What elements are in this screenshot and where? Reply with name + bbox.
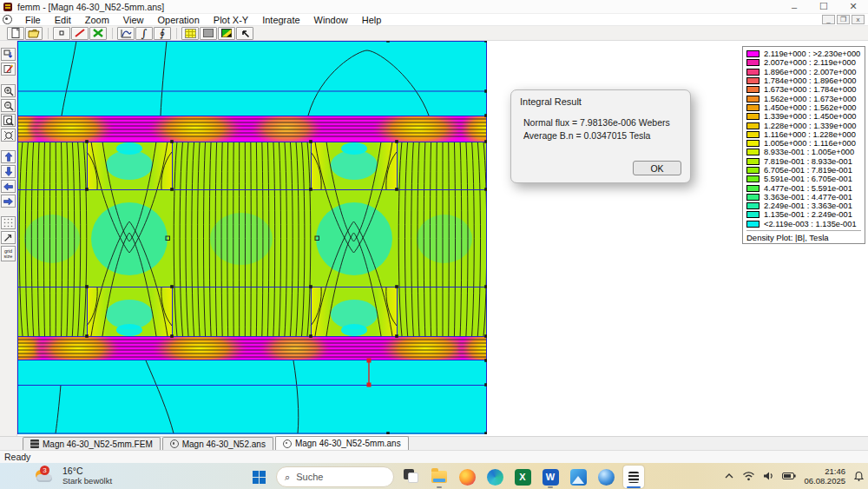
zoom-window-button[interactable] — [1, 114, 16, 127]
legend-label: <2.119e-003 : 1.135e-001 — [764, 220, 857, 228]
legend-label: 3.363e-001 : 4.477e-001 — [764, 193, 852, 202]
mdi-minimize-icon[interactable]: _ — [822, 15, 835, 24]
legend-swatch — [746, 113, 760, 120]
plot-xy-button[interactable] — [117, 27, 135, 40]
grid-size-button[interactable]: gridsize — [1, 246, 16, 261]
arc-mode-button[interactable] — [89, 27, 107, 40]
legend-label: 1.673e+000 : 1.784e+000 — [764, 85, 857, 94]
legend-label: 6.705e-001 : 7.819e-001 — [764, 166, 852, 175]
pointer-button[interactable] — [236, 27, 253, 40]
hatched-square-icon — [203, 29, 214, 37]
ok-button[interactable]: OK — [633, 161, 681, 175]
mdi-restore-icon[interactable]: ❐ — [837, 15, 850, 24]
green-arc-icon — [93, 29, 103, 37]
zoom-extents-icon — [3, 130, 14, 141]
menu-view[interactable]: View — [116, 15, 151, 25]
menu-edit[interactable]: Edit — [48, 15, 78, 25]
new-doc-icon — [11, 28, 21, 38]
legend-swatch — [746, 86, 760, 93]
line-integral-button[interactable]: ∫ — [135, 27, 153, 40]
pan-right-button[interactable] — [1, 195, 16, 208]
pan-down-button[interactable] — [1, 165, 16, 178]
legend-label: 8.933e-001 : 1.005e+000 — [764, 148, 854, 156]
edge-button[interactable] — [484, 466, 505, 488]
mdi-close-icon[interactable]: x — [852, 15, 865, 24]
legend-row: 6.705e-001 : 7.819e-001 — [746, 166, 861, 175]
menu-integrate[interactable]: Integrate — [255, 15, 306, 25]
word-button[interactable]: W — [540, 466, 561, 488]
menu-file[interactable]: File — [18, 15, 48, 25]
zoom-out-button[interactable] — [1, 99, 16, 112]
menu-window[interactable]: Window — [307, 15, 355, 25]
window-title: femm - [Magn 46-30_N52-5mm.ans] — [17, 2, 164, 12]
legend-label: 5.591e-001 : 6.705e-001 — [764, 175, 852, 183]
status-bar: Ready — [0, 450, 868, 463]
femm-taskbar-button[interactable] — [623, 466, 644, 488]
legend-row: 1.135e-001 : 2.249e-001 — [746, 210, 861, 219]
block-integral-button[interactable]: ∮ — [154, 27, 171, 40]
legend-label: 1.896e+000 : 2.007e+000 — [764, 68, 857, 76]
volume-icon[interactable] — [763, 471, 774, 481]
legend-row: 1.673e+000 : 1.784e+000 — [746, 85, 861, 94]
file-explorer-button[interactable] — [429, 466, 450, 488]
red-segment-icon — [75, 29, 85, 37]
legend-swatch — [746, 149, 760, 155]
point-mode-button[interactable] — [53, 27, 70, 40]
legend-swatch — [746, 211, 760, 218]
open-file-button[interactable] — [25, 27, 43, 40]
snap-grid-button[interactable] — [1, 231, 16, 244]
tab-ans-file-1[interactable]: Magn 46-30_N52.ans — [162, 437, 273, 450]
show-grid-button[interactable] — [1, 216, 16, 229]
arrow-left-icon — [3, 182, 13, 191]
photos-button[interactable] — [568, 466, 589, 488]
start-button[interactable] — [248, 466, 269, 488]
file-explorer-icon — [431, 471, 447, 483]
zoom-in-button[interactable] — [1, 84, 16, 97]
zoom-extents-button[interactable] — [1, 129, 16, 142]
notification-badge: 3 — [40, 466, 49, 475]
battery-icon[interactable] — [782, 472, 796, 480]
pan-up-button[interactable] — [1, 150, 16, 163]
system-tray: 21:46 06.08.2025 — [724, 463, 865, 489]
weather-widget[interactable]: 3 16°C Stark bewölkt — [33, 466, 112, 486]
menu-zoom[interactable]: Zoom — [78, 15, 116, 25]
edit-pencil-icon — [3, 64, 13, 74]
show-contour-button[interactable] — [200, 27, 217, 40]
legend-label: 2.119e+000 : >2.230e+000 — [764, 50, 860, 58]
notification-bell-icon[interactable] — [853, 471, 865, 482]
task-view-button[interactable] — [401, 466, 422, 488]
legend-swatch — [746, 175, 760, 182]
zoom-out-icon — [3, 101, 14, 111]
excel-button[interactable]: X — [512, 466, 533, 488]
blue-app-button[interactable] — [595, 466, 616, 488]
taskbar: 3 16°C Stark bewölkt ⌕ Suche — [0, 463, 868, 489]
firefox-button[interactable] — [457, 466, 477, 488]
close-icon[interactable]: ✕ — [838, 0, 868, 13]
pan-left-button[interactable] — [1, 180, 16, 193]
tab-label: Magn 46-30_N52-5mm.ans — [295, 439, 401, 448]
legend-row: 1.450e+000 : 1.562e+000 — [746, 103, 861, 112]
minimize-icon[interactable]: – — [779, 0, 809, 13]
show-mesh-button[interactable] — [181, 27, 199, 40]
maximize-icon[interactable]: ☐ — [809, 0, 838, 13]
line-mode-button[interactable] — [71, 27, 89, 40]
document-tab-bar: Magn 46-30_N52-5mm.FEM Magn 46-30_N52.an… — [0, 436, 868, 450]
edit-note-button[interactable] — [1, 63, 16, 76]
wifi-icon[interactable] — [742, 471, 755, 481]
tab-fem-file[interactable]: Magn 46-30_N52-5mm.FEM — [23, 437, 161, 450]
clock-time: 21:46 — [804, 466, 845, 476]
legend-row: <2.119e-003 : 1.135e-001 — [746, 220, 861, 228]
density-plot-canvas[interactable] — [17, 41, 487, 434]
menu-help[interactable]: Help — [355, 15, 389, 25]
search-input[interactable]: ⌕ Suche — [276, 466, 394, 487]
point-values-button[interactable] — [1, 48, 16, 61]
curve-plot-icon — [121, 29, 132, 38]
menu-plot-xy[interactable]: Plot X-Y — [207, 15, 255, 25]
menu-operation[interactable]: Operation — [150, 15, 206, 25]
density-plot-button[interactable] — [218, 27, 235, 40]
clock[interactable]: 21:46 06.08.2025 — [804, 466, 845, 486]
legend-swatch — [746, 104, 760, 111]
tab-ans-file-2[interactable]: Magn 46-30_N52-5mm.ans — [275, 436, 409, 450]
tray-chevron-icon[interactable] — [724, 472, 734, 479]
new-file-button[interactable] — [7, 27, 24, 40]
